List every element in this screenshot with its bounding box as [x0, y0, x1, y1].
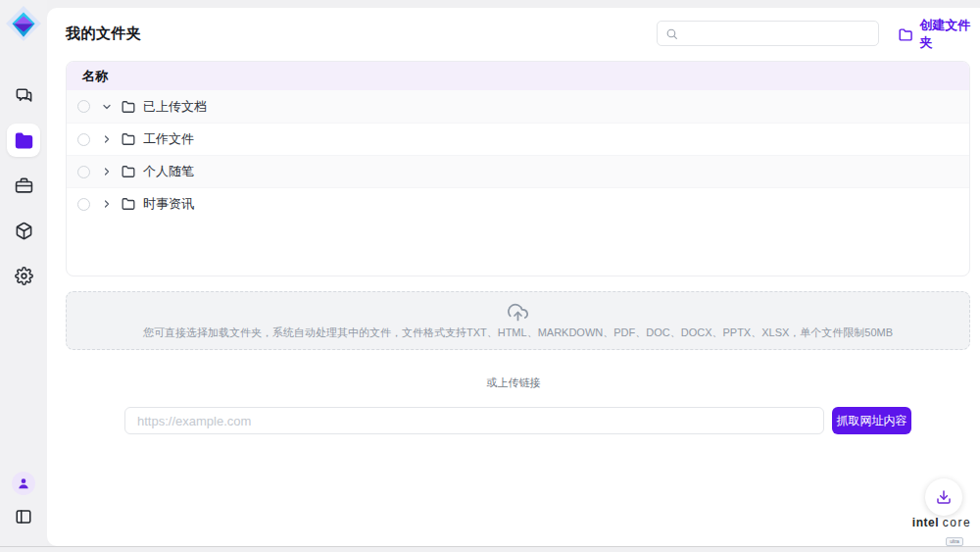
row-checkbox[interactable]	[77, 166, 90, 178]
download-icon	[936, 489, 952, 505]
collapse-panel-icon	[15, 508, 32, 526]
folder-icon	[122, 165, 135, 178]
chevron-right-icon[interactable]	[96, 133, 118, 145]
core-brand-text: core	[943, 516, 971, 529]
sidebar-item-settings[interactable]	[7, 259, 40, 292]
box-icon	[15, 222, 33, 240]
folder-name: 已上传文档	[143, 98, 207, 116]
chevron-down-icon[interactable]	[96, 101, 118, 113]
fetch-url-button[interactable]: 抓取网址内容	[832, 407, 911, 434]
sidebar-item-workspace[interactable]	[7, 169, 40, 202]
page-title: 我的文件夹	[66, 25, 142, 43]
chevron-right-icon[interactable]	[96, 198, 118, 210]
create-folder-label: 创建文件夹	[919, 17, 980, 52]
settings-gear-icon	[15, 267, 33, 285]
folder-row[interactable]: 工作文件	[67, 123, 969, 155]
folder-icon	[122, 132, 135, 146]
folder-plus-icon	[899, 27, 912, 42]
table-header-name: 名称	[67, 62, 969, 90]
folder-name: 个人随笔	[143, 163, 194, 180]
icon-sidebar	[0, 0, 47, 546]
search-icon	[665, 27, 678, 40]
download-fab-button[interactable]	[925, 478, 962, 516]
folder-row[interactable]: 已上传文档	[67, 90, 969, 123]
folder-table: 名称 已上传文档 工作文件	[66, 61, 970, 276]
upload-hint-text: 您可直接选择加载文件夹，系统自动处理其中的文件，文件格式支持TXT、HTML、M…	[143, 326, 893, 340]
sidebar-nav	[0, 78, 47, 304]
folder-name: 工作文件	[143, 130, 194, 148]
ultra-brand-text: ultra	[946, 537, 963, 546]
folder-row[interactable]: 时事资讯	[67, 187, 969, 220]
folder-icon	[122, 197, 135, 211]
sidebar-item-folders[interactable]	[7, 124, 40, 157]
upload-cloud-icon	[508, 302, 528, 323]
chevron-right-icon[interactable]	[96, 166, 118, 177]
upload-dropzone[interactable]: 您可直接选择加载文件夹，系统自动处理其中的文件，文件格式支持TXT、HTML、M…	[66, 291, 970, 350]
user-avatar-icon	[17, 477, 30, 490]
sidebar-item-chat[interactable]	[7, 78, 40, 112]
row-checkbox[interactable]	[77, 133, 90, 146]
search-input[interactable]	[684, 26, 870, 40]
url-input[interactable]	[124, 407, 824, 434]
folder-icon	[122, 100, 135, 114]
sidebar-bottom	[0, 472, 47, 528]
row-checkbox[interactable]	[77, 198, 90, 211]
search-box	[657, 21, 879, 46]
briefcase-icon	[15, 176, 33, 195]
collapse-sidebar-button[interactable]	[12, 505, 35, 528]
diamond-logo	[5, 5, 42, 42]
folder-name: 时事资讯	[143, 195, 194, 213]
chat-icon	[15, 86, 33, 105]
create-folder-button[interactable]: 创建文件夹	[899, 26, 980, 42]
window-bottom-divider	[0, 546, 980, 547]
folders-icon	[15, 131, 33, 150]
app-logo	[5, 5, 42, 42]
row-checkbox[interactable]	[77, 100, 90, 113]
intel-core-badge: intel core ultra	[909, 516, 974, 547]
folder-row[interactable]: 个人随笔	[67, 155, 969, 187]
main-panel: 我的文件夹 创建文件夹 名称 已上传文档	[47, 8, 980, 546]
user-avatar[interactable]	[12, 472, 35, 495]
or-upload-link-label: 或上传链接	[47, 376, 980, 390]
sidebar-item-models[interactable]	[7, 214, 40, 247]
intel-brand-text: intel	[912, 516, 939, 529]
